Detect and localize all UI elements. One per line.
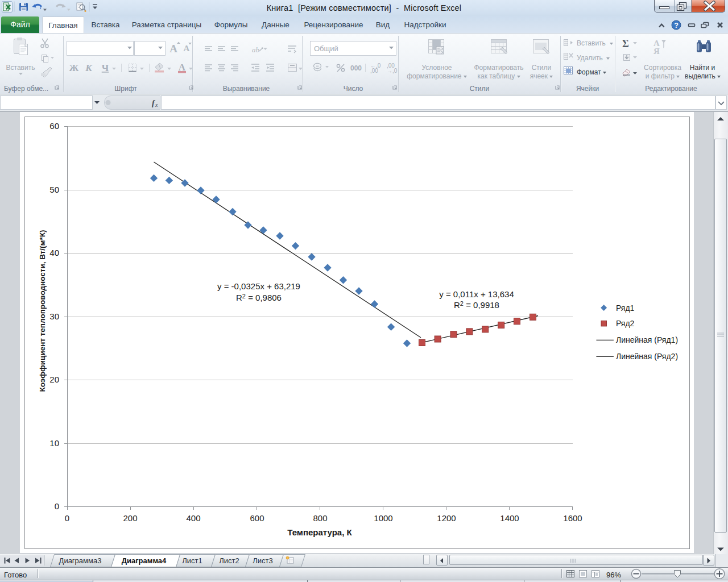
svg-text:Я: Я — [653, 47, 660, 56]
svg-text:ab: ab — [252, 45, 260, 54]
svg-text:К: К — [85, 63, 93, 73]
svg-text:x: x — [155, 102, 158, 108]
svg-text:Ж: Ж — [69, 63, 79, 73]
svg-text:А: А — [169, 43, 177, 55]
svg-text:Ч: Ч — [102, 63, 109, 73]
svg-text:000: 000 — [350, 64, 362, 72]
svg-text:→,0: →,0 — [387, 68, 398, 74]
svg-text:,00: ,00 — [370, 68, 378, 74]
svg-text:Σ: Σ — [622, 38, 629, 49]
svg-text:А: А — [184, 44, 190, 53]
svg-text:?: ? — [674, 22, 679, 30]
